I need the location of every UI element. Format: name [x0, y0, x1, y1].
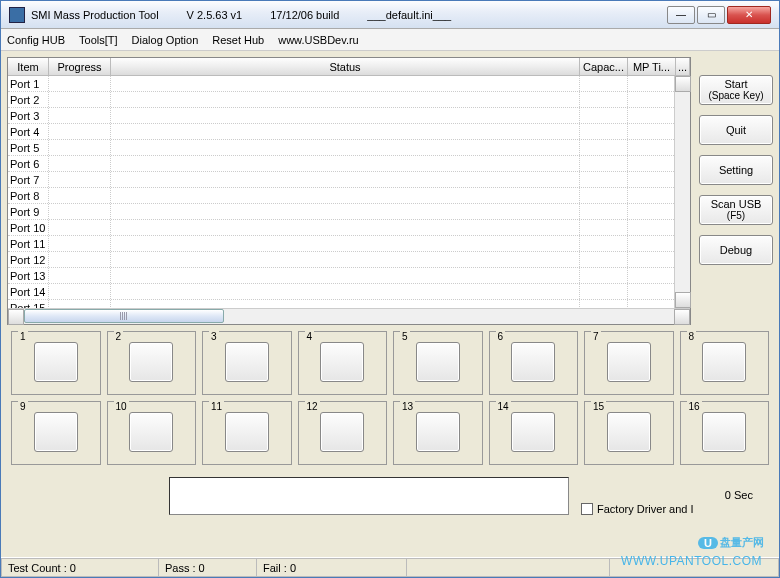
- col-mptime[interactable]: MP Ti...: [628, 58, 676, 75]
- cell-capacity: [580, 124, 628, 139]
- menu-dialog-option[interactable]: Dialog Option: [132, 34, 199, 46]
- cell-capacity: [580, 156, 628, 171]
- table-row[interactable]: Port 9: [8, 204, 690, 220]
- port-slot: 8: [680, 331, 770, 395]
- minimize-button[interactable]: —: [667, 6, 695, 24]
- slot-button[interactable]: [511, 342, 555, 382]
- scan-usb-button[interactable]: Scan USB(F5): [699, 195, 773, 225]
- scroll-right-button[interactable]: [674, 309, 690, 325]
- scroll-left-button[interactable]: [8, 309, 24, 325]
- cell-capacity: [580, 284, 628, 299]
- app-build: 17/12/06 build: [270, 9, 339, 21]
- slot-button[interactable]: [129, 412, 173, 452]
- scroll-up-button[interactable]: [675, 76, 691, 92]
- maximize-button[interactable]: ▭: [697, 6, 725, 24]
- slot-button[interactable]: [511, 412, 555, 452]
- checkbox-icon[interactable]: [581, 503, 593, 515]
- table-row[interactable]: Port 15: [8, 300, 690, 308]
- table-row[interactable]: Port 13: [8, 268, 690, 284]
- slot-button[interactable]: [702, 412, 746, 452]
- slot-button[interactable]: [129, 342, 173, 382]
- slot-button[interactable]: [34, 342, 78, 382]
- cell-mptime: [628, 188, 676, 203]
- table-row[interactable]: Port 10: [8, 220, 690, 236]
- col-last[interactable]: ...: [676, 58, 690, 75]
- app-name: SMI Mass Production Tool: [31, 9, 159, 21]
- cell-item: Port 11: [8, 236, 49, 251]
- table-row[interactable]: Port 1: [8, 76, 690, 92]
- start-button[interactable]: Start(Space Key): [699, 75, 773, 105]
- cell-item: Port 2: [8, 92, 49, 107]
- cell-progress: [49, 108, 111, 123]
- slot-button[interactable]: [320, 412, 364, 452]
- cell-progress: [49, 156, 111, 171]
- cell-item: Port 15: [8, 300, 49, 308]
- cell-progress: [49, 220, 111, 235]
- setting-button[interactable]: Setting: [699, 155, 773, 185]
- cell-progress: [49, 268, 111, 283]
- table-row[interactable]: Port 5: [8, 140, 690, 156]
- slot-button[interactable]: [607, 342, 651, 382]
- slot-button[interactable]: [225, 342, 269, 382]
- table-row[interactable]: Port 6: [8, 156, 690, 172]
- slot-button[interactable]: [702, 342, 746, 382]
- table-row[interactable]: Port 7: [8, 172, 690, 188]
- table-row[interactable]: Port 2: [8, 92, 690, 108]
- slot-button[interactable]: [607, 412, 651, 452]
- cell-item: Port 8: [8, 188, 49, 203]
- menu-reset-hub[interactable]: Reset Hub: [212, 34, 264, 46]
- app-icon: [9, 7, 25, 23]
- col-capacity[interactable]: Capac...: [580, 58, 628, 75]
- horizontal-scrollbar[interactable]: [8, 308, 690, 324]
- cell-mptime: [628, 236, 676, 251]
- port-slot: 4: [298, 331, 388, 395]
- slot-number: 12: [305, 401, 320, 412]
- client-area: Item Progress Status Capac... MP Ti... .…: [1, 51, 779, 557]
- cell-mptime: [628, 76, 676, 91]
- debug-button[interactable]: Debug: [699, 235, 773, 265]
- cell-item: Port 3: [8, 108, 49, 123]
- log-textbox[interactable]: [169, 477, 569, 515]
- titlebar[interactable]: SMI Mass Production Tool V 2.5.63 v1 17/…: [1, 1, 779, 29]
- cell-capacity: [580, 300, 628, 308]
- cell-progress: [49, 188, 111, 203]
- app-ini: ___default.ini___: [367, 9, 451, 21]
- slot-button[interactable]: [416, 412, 460, 452]
- cell-progress: [49, 284, 111, 299]
- scroll-down-button[interactable]: [675, 292, 691, 308]
- cell-item: Port 5: [8, 140, 49, 155]
- table-row[interactable]: Port 3: [8, 108, 690, 124]
- col-item[interactable]: Item: [8, 58, 49, 75]
- table-row[interactable]: Port 12: [8, 252, 690, 268]
- table-row[interactable]: Port 14: [8, 284, 690, 300]
- menubar: Config HUB Tools[T] Dialog Option Reset …: [1, 29, 779, 51]
- status-blank1: [406, 558, 609, 577]
- cell-status: [111, 300, 580, 308]
- port-slot: 1: [11, 331, 101, 395]
- cell-capacity: [580, 108, 628, 123]
- vertical-scrollbar[interactable]: [674, 76, 690, 308]
- menu-config-hub[interactable]: Config HUB: [7, 34, 65, 46]
- slot-button[interactable]: [416, 342, 460, 382]
- cell-capacity: [580, 204, 628, 219]
- menu-tools[interactable]: Tools[T]: [79, 34, 118, 46]
- slot-number: 7: [591, 331, 601, 342]
- scroll-thumb[interactable]: [24, 309, 224, 323]
- cell-status: [111, 252, 580, 267]
- col-status[interactable]: Status: [111, 58, 580, 75]
- cell-status: [111, 204, 580, 219]
- app-version: V 2.5.63 v1: [187, 9, 243, 21]
- col-progress[interactable]: Progress: [49, 58, 111, 75]
- factory-driver-checkbox[interactable]: Factory Driver and I: [581, 503, 694, 515]
- menu-url[interactable]: www.USBDev.ru: [278, 34, 358, 46]
- slot-button[interactable]: [34, 412, 78, 452]
- slot-button[interactable]: [320, 342, 364, 382]
- table-row[interactable]: Port 8: [8, 188, 690, 204]
- cell-mptime: [628, 124, 676, 139]
- quit-button[interactable]: Quit: [699, 115, 773, 145]
- table-row[interactable]: Port 4: [8, 124, 690, 140]
- slot-button[interactable]: [225, 412, 269, 452]
- cell-mptime: [628, 284, 676, 299]
- table-row[interactable]: Port 11: [8, 236, 690, 252]
- close-button[interactable]: ✕: [727, 6, 771, 24]
